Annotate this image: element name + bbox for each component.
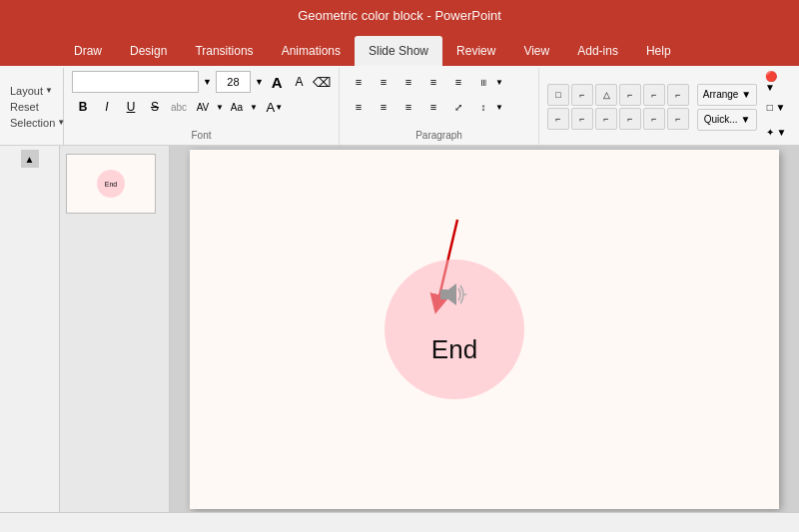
font-size-input[interactable]: 28	[216, 71, 251, 93]
draw-tool-1[interactable]: □	[547, 84, 569, 106]
tab-addins[interactable]: Add-ins	[563, 36, 632, 66]
shape-outline-button[interactable]: □ ▼	[765, 96, 787, 118]
draw-tool-11[interactable]: ⌐	[643, 108, 665, 130]
svg-marker-2	[448, 283, 456, 305]
left-sidebar: ▲	[0, 146, 60, 512]
columns-button[interactable]: ⫼	[472, 71, 494, 93]
align-right-button[interactable]: ≡	[398, 96, 419, 118]
end-label: End	[431, 334, 477, 365]
line-spacing-button[interactable]: ≡	[447, 71, 469, 93]
draw-tool-5[interactable]: ⌐	[643, 84, 665, 106]
tab-animations[interactable]: Animations	[268, 36, 355, 66]
italic-button[interactable]: I	[96, 96, 118, 118]
shape-fill-button[interactable]: 🔴 ▼	[765, 71, 787, 93]
slide-thumbnail-1[interactable]: End	[66, 154, 156, 214]
clear-format-button[interactable]: ⌫	[313, 71, 331, 93]
speaker-icon	[440, 283, 468, 310]
arrange-button[interactable]: Arrange ▼	[697, 84, 757, 106]
para-row2: ≡ ≡ ≡ ≡ ⤢ ↕ ▼	[348, 96, 530, 118]
increase-indent-button[interactable]: ≡	[422, 71, 444, 93]
tab-help[interactable]: Help	[632, 36, 685, 66]
end-circle[interactable]: End	[385, 260, 524, 399]
increase-font-button[interactable]: A	[268, 71, 286, 93]
case-dropdown[interactable]: ▼	[250, 103, 258, 112]
shape-effects-button[interactable]: ✦ ▼	[765, 121, 787, 143]
decrease-indent-button[interactable]: ≡	[398, 71, 419, 93]
font-row2: B I U S abc AV ▼ Aa ▼ A ▼	[72, 96, 331, 118]
tab-transitions[interactable]: Transitions	[181, 36, 267, 66]
text-shadow-button[interactable]: abc	[168, 96, 190, 118]
slide-canvas: End	[190, 150, 779, 509]
quick-styles-button[interactable]: Quick... ▼	[697, 109, 757, 131]
character-spacing-button[interactable]: AV	[192, 96, 214, 118]
strikethrough-button[interactable]: S	[144, 96, 166, 118]
align-center-button[interactable]: ≡	[373, 96, 395, 118]
draw-tool-9[interactable]: ⌐	[595, 108, 617, 130]
font-color-dropdown[interactable]: ▼	[275, 103, 283, 112]
draw-tool-10[interactable]: ⌐	[619, 108, 641, 130]
tab-review[interactable]: Review	[442, 36, 509, 66]
justify-button[interactable]: ≡	[422, 96, 444, 118]
font-name-dropdown-icon[interactable]: ▼	[203, 77, 212, 87]
title-bar: Geometric color block - PowerPoint	[0, 0, 799, 30]
slide-panel: End	[60, 146, 170, 512]
para-row1: ≡ ≡ ≡ ≡ ≡ ⫼ ▼	[348, 71, 530, 93]
bold-button[interactable]: B	[72, 96, 94, 118]
draw-tool-2[interactable]: ⌐	[571, 84, 593, 106]
text-direction-button[interactable]: ⤢	[447, 96, 469, 118]
font-section: ▼ 28 ▼ A A ⌫ B I U S abc AV ▼ Aa ▼ A ▼	[64, 68, 340, 145]
main-area: ▲ End	[0, 146, 799, 512]
draw-tool-12[interactable]: ⌐	[667, 108, 689, 130]
paragraph-section: ≡ ≡ ≡ ≡ ≡ ⫼ ▼ ≡ ≡ ≡ ≡ ⤢ ↕ ▼ Paragraph	[340, 68, 539, 145]
tab-slideshow[interactable]: Slide Show	[355, 36, 442, 66]
line-spacing-dropdown[interactable]: ▼	[495, 78, 503, 87]
layout-button[interactable]: Layout ▼	[10, 85, 57, 97]
draw-tool-3[interactable]: △	[595, 84, 617, 106]
reset-button[interactable]: Reset	[10, 101, 57, 113]
scroll-up-arrow[interactable]: ▲	[21, 150, 39, 168]
selection-button[interactable]: Selection ▼	[10, 117, 57, 129]
drawing-section: □ ⌐ △ ⌐ ⌐ ⌐ ⌐ ⌐ ⌐ ⌐ ⌐ ⌐ Arrange ▼ Quick.…	[539, 68, 795, 145]
bullet-list-button[interactable]: ≡	[348, 71, 370, 93]
left-quick-panel: Layout ▼ Reset Selection ▼	[4, 68, 64, 145]
draw-tool-7[interactable]: ⌐	[547, 108, 569, 130]
tab-design[interactable]: Design	[116, 36, 181, 66]
tab-view[interactable]: View	[509, 36, 563, 66]
font-section-label: Font	[191, 130, 211, 141]
draw-tool-8[interactable]: ⌐	[571, 108, 593, 130]
font-size-dropdown-icon[interactable]: ▼	[255, 77, 264, 87]
tab-draw[interactable]: Draw	[60, 36, 116, 66]
numbered-list-button[interactable]: ≡	[373, 71, 395, 93]
font-name-input[interactable]	[72, 71, 199, 93]
ribbon-toolbar: Layout ▼ Reset Selection ▼ ▼ 28 ▼ A A ⌫ …	[0, 66, 799, 146]
status-bar	[0, 512, 799, 532]
title-text: Geometric color block - PowerPoint	[298, 8, 501, 23]
paragraph-section-label: Paragraph	[415, 130, 462, 141]
char-spacing-dropdown[interactable]: ▼	[216, 103, 224, 112]
font-color-button[interactable]: A ▼	[264, 96, 286, 118]
ribbon-tabs: Draw Design Transitions Animations Slide…	[0, 30, 799, 66]
draw-tool-6[interactable]: ⌐	[667, 84, 689, 106]
vert-align-dropdown[interactable]: ▼	[495, 103, 503, 112]
underline-button[interactable]: U	[120, 96, 142, 118]
format-buttons: B I U S abc AV ▼ Aa ▼	[72, 96, 258, 118]
svg-rect-1	[440, 289, 448, 299]
font-row1: ▼ 28 ▼ A A ⌫	[72, 71, 331, 93]
canvas-area: End	[170, 146, 799, 512]
align-left-button[interactable]: ≡	[348, 96, 370, 118]
svg-point-3	[463, 293, 465, 295]
vertical-align-button[interactable]: ↕	[472, 96, 494, 118]
svg-point-4	[465, 293, 467, 295]
decrease-font-button[interactable]: A	[290, 71, 308, 93]
draw-tool-4[interactable]: ⌐	[619, 84, 641, 106]
change-case-button[interactable]: Aa	[226, 96, 248, 118]
